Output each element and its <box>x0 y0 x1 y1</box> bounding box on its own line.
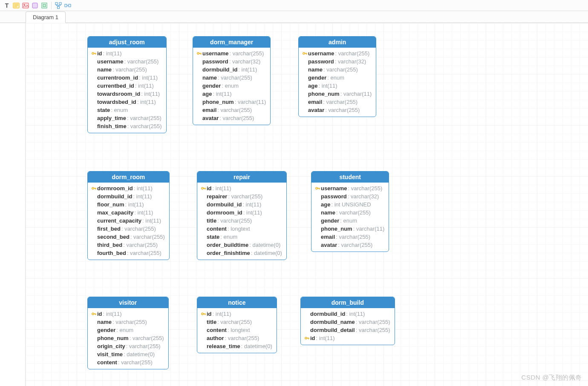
column-row[interactable]: second_bed: varchar(255) <box>89 233 168 241</box>
column-name: release_time <box>207 343 240 349</box>
column-type: : varchar(11) <box>340 91 372 97</box>
frame-icon[interactable] <box>40 1 49 10</box>
column-row[interactable]: username: varchar(255) <box>89 57 165 66</box>
column-row[interactable]: gender: enum <box>312 217 388 225</box>
column-row[interactable]: phone_num: varchar(11) <box>312 225 388 233</box>
column-row[interactable]: gender: enum <box>300 74 375 82</box>
column-row[interactable]: state: enum <box>89 106 165 114</box>
column-row[interactable]: finish_time: varchar(255) <box>89 122 165 130</box>
table-student[interactable]: studentusername: varchar(255)password: v… <box>311 171 389 252</box>
column-row[interactable]: title: varchar(255) <box>198 318 276 326</box>
column-row[interactable]: id: int(11) <box>198 310 276 318</box>
column-row[interactable]: origin_city: varchar(255) <box>89 342 167 350</box>
svg-rect-37 <box>317 188 320 189</box>
table-notice[interactable]: noticeid: int(11)title: varchar(255)cont… <box>197 297 277 353</box>
column-row[interactable]: username: varchar(255) <box>300 49 375 57</box>
column-row[interactable]: username: varchar(255) <box>312 184 388 192</box>
column-row[interactable]: phone_num: varchar(11) <box>194 98 269 106</box>
column-row[interactable]: password: varchar(32) <box>312 192 388 200</box>
svg-point-32 <box>202 188 203 189</box>
column-row[interactable]: dormbuild_id: int(11) <box>302 310 394 318</box>
column-row[interactable]: currentroom_id: int(11) <box>89 74 165 82</box>
column-row[interactable]: id: int(11) <box>302 334 394 342</box>
table-admin[interactable]: adminusername: varchar(255)password: var… <box>298 36 376 117</box>
column-row[interactable]: third_bed: varchar(255) <box>89 241 168 249</box>
column-row[interactable]: password: varchar(32) <box>300 57 375 66</box>
column-name: order_buildtime <box>207 242 248 248</box>
column-row[interactable]: dormbuild_detail: varchar(255) <box>302 326 394 334</box>
column-row[interactable]: age: int UNSIGNED <box>312 200 388 209</box>
shape-icon[interactable] <box>31 1 39 10</box>
column-name: content <box>207 226 227 232</box>
column-row[interactable]: name: varchar(255) <box>194 74 269 82</box>
column-row[interactable]: avatar: varchar(255) <box>194 114 269 122</box>
column-row[interactable]: gender: enum <box>194 82 269 90</box>
column-row[interactable]: phone_num: varchar(11) <box>300 90 375 98</box>
column-row[interactable]: age: int(11) <box>194 90 269 98</box>
column-row[interactable]: order_finishtime: datetime(0) <box>198 249 285 257</box>
tab-diagram[interactable]: Diagram 1 <box>26 11 66 23</box>
column-row[interactable]: dormbuild_id: int(11) <box>194 66 269 74</box>
column-row[interactable]: towardsroom_id: int(11) <box>89 90 165 98</box>
column-row[interactable]: name: varchar(255) <box>89 318 167 326</box>
column-type: : varchar(255) <box>356 327 390 333</box>
column-row[interactable]: first_bed: varchar(255) <box>89 225 168 233</box>
column-row[interactable]: dormbuild_id: int(11) <box>89 192 168 200</box>
column-row[interactable]: state: enum <box>198 233 285 241</box>
column-row[interactable]: visit_time: datetime(0) <box>89 350 167 358</box>
image-icon[interactable] <box>21 1 30 10</box>
column-row[interactable]: name: varchar(255) <box>89 66 165 74</box>
column-row[interactable]: order_buildtime: datetime(0) <box>198 241 285 249</box>
table-dorm_room[interactable]: dorm_roomdormroom_id: int(11)dormbuild_i… <box>87 171 170 260</box>
column-row[interactable]: id: int(11) <box>89 310 167 318</box>
column-row[interactable]: name: varchar(255) <box>312 209 388 217</box>
column-row[interactable]: fourth_bed: varchar(255) <box>89 249 168 257</box>
column-row[interactable]: password: varchar(32) <box>194 57 269 66</box>
column-row[interactable]: max_capacity: int(11) <box>89 209 168 217</box>
column-name: phone_num <box>308 91 340 97</box>
column-row[interactable]: release_time: datetime(0) <box>198 342 276 350</box>
column-row[interactable]: apply_time: varchar(255) <box>89 114 165 122</box>
table-dorm_manager[interactable]: dorm_managerusername: varchar(255)passwo… <box>193 36 271 125</box>
column-row[interactable]: email: varchar(255) <box>300 98 375 106</box>
column-row[interactable]: username: varchar(255) <box>194 49 269 57</box>
column-name: dormbuild_id <box>207 201 242 208</box>
column-row[interactable]: dormbuild_id: int(11) <box>198 200 285 209</box>
text-tool-icon[interactable]: T <box>3 1 11 10</box>
column-row[interactable]: repairer: varchar(255) <box>198 192 285 200</box>
column-row[interactable]: gender: enum <box>89 326 167 334</box>
diagram-canvas[interactable]: adjust_roomid: int(11)username: varchar(… <box>26 23 588 386</box>
column-row[interactable]: title: varchar(255) <box>198 217 285 225</box>
column-row[interactable]: currentbed_id: int(11) <box>89 82 165 90</box>
column-row[interactable]: dormroom_id: int(11) <box>89 184 168 192</box>
column-row[interactable]: content: longtext <box>198 326 276 334</box>
column-type: : varchar(255) <box>325 107 360 113</box>
auto-layout-icon[interactable] <box>54 1 63 10</box>
column-row[interactable]: floor_num: int(11) <box>89 200 168 209</box>
column-row[interactable]: avatar: varchar(255) <box>300 106 375 114</box>
column-row[interactable]: current_capacity: int(11) <box>89 217 168 225</box>
column-row[interactable]: dormroom_id: int(11) <box>198 209 285 217</box>
column-row[interactable]: avatar: varchar(255) <box>312 241 388 249</box>
note-icon[interactable] <box>12 1 20 10</box>
column-type: : varchar(255) <box>228 193 262 200</box>
table-adjust_room[interactable]: adjust_roomid: int(11)username: varchar(… <box>87 36 167 133</box>
table-body: dormbuild_id: int(11)dormbuild_name: var… <box>301 308 395 345</box>
column-row[interactable]: phone_num: varchar(255) <box>89 334 167 342</box>
column-row[interactable]: email: varchar(255) <box>312 233 388 241</box>
column-row[interactable]: dormbuild_name: varchar(255) <box>302 318 394 326</box>
column-row[interactable]: content: longtext <box>198 225 285 233</box>
column-row[interactable]: content: varchar(255) <box>89 358 167 366</box>
table-dorm_build[interactable]: dorm_builddormbuild_id: int(11)dormbuild… <box>300 297 395 345</box>
column-row[interactable]: name: varchar(255) <box>300 66 375 74</box>
table-visitor[interactable]: visitorid: int(11)name: varchar(255)gend… <box>87 297 169 369</box>
column-row[interactable]: email: varchar(255) <box>194 106 269 114</box>
table-repair[interactable]: repairid: int(11)repairer: varchar(255)d… <box>197 171 287 260</box>
relation-icon[interactable] <box>63 1 72 10</box>
column-row[interactable]: towardsbed_id: int(11) <box>89 98 165 106</box>
column-row[interactable]: id: int(11) <box>198 184 285 192</box>
column-row[interactable]: author: varchar(255) <box>198 334 276 342</box>
column-row[interactable]: id: int(11) <box>89 49 165 57</box>
column-row[interactable]: age: int(11) <box>300 82 375 90</box>
column-type: : datetime(0) <box>249 242 280 248</box>
